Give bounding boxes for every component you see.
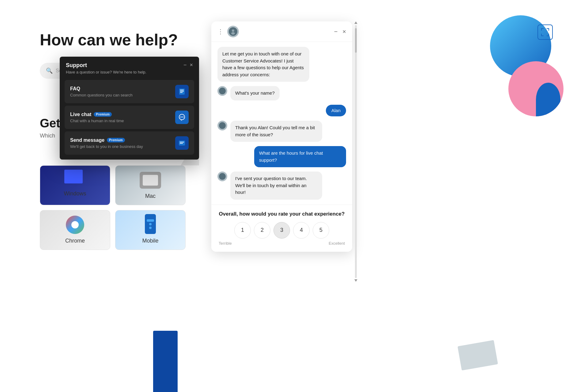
mac-illustration [140, 172, 161, 189]
support-item-livechat[interactable]: Live chat Premium Chat with a human in r… [65, 106, 194, 129]
deco-rect-blue [153, 331, 178, 392]
chat-menu-icon[interactable]: ⋮ [217, 28, 224, 35]
page-title: How can we help? [40, 31, 178, 49]
scan-svg [541, 28, 550, 37]
support-panel-title-group: Support Have a question or issue? We're … [66, 62, 146, 74]
search-icon: 🔍 [46, 67, 53, 74]
rating-stars: 1 2 3 4 5 [217, 222, 346, 239]
support-item-sendmsg-desc: We'll get back to you in one business da… [70, 144, 143, 149]
rating-btn-4[interactable]: 4 [293, 222, 310, 239]
svg-rect-9 [180, 90, 184, 90]
svg-rect-11 [180, 92, 183, 93]
win-box [64, 170, 83, 183]
chat-window: ⋮ − × Let me get you in touch with one o… [211, 21, 352, 252]
support-item-faq-desc: Common questions you can search [70, 93, 133, 97]
mobile-btn3 [149, 227, 152, 229]
rating-btn-3[interactable]: 3 [273, 222, 290, 239]
support-panel: Support Have a question or issue? We're … [60, 57, 199, 160]
scroll-track [355, 25, 357, 278]
rating-title: Overall, how would you rate your chat ex… [217, 211, 346, 217]
svg-rect-10 [180, 91, 184, 92]
sendmsg-svg [178, 139, 186, 147]
support-item-sendmsg-title: Send message Premium [70, 138, 143, 143]
platform-row-bottom: Chrome Mobile [40, 210, 186, 250]
scroll-down-arrow[interactable] [354, 279, 357, 282]
agent-avatar-svg [230, 28, 236, 35]
deco-bird [536, 83, 560, 116]
panel-controls: − × [183, 62, 193, 68]
support-panel-title: Support [66, 62, 146, 69]
support-panel-header: Support Have a question or issue? We're … [60, 57, 199, 77]
scroll-thumb[interactable] [355, 28, 357, 53]
faq-icon [175, 85, 189, 98]
chat-scrollbar[interactable] [354, 21, 358, 282]
chat-close-btn[interactable]: × [342, 28, 346, 35]
support-item-sendmsg[interactable]: Send message Premium We'll get back to y… [65, 131, 194, 155]
svg-point-14 [182, 117, 183, 118]
rating-btn-5[interactable]: 5 [313, 222, 329, 239]
svg-point-19 [232, 29, 234, 32]
message-3: Alan [217, 105, 346, 117]
chat-agent-avatar [227, 26, 239, 37]
platform-label-mobile: Mobile [142, 238, 158, 244]
svg-rect-5 [541, 34, 542, 36]
svg-rect-17 [180, 142, 184, 142]
platform-label-mac: Mac [145, 193, 156, 199]
svg-point-13 [180, 117, 181, 118]
deco-shape-bottom-right [458, 340, 498, 371]
platform-card-chrome[interactable]: Chrome [40, 210, 110, 250]
support-item-livechat-title: Live chat Premium [70, 112, 124, 117]
msg-agent-avatar-4 [217, 121, 227, 130]
message-4-bubble: Thank you Alan! Could you tell me a bit … [230, 121, 322, 142]
svg-rect-7 [548, 34, 549, 36]
message-2: What's your name? [217, 86, 346, 100]
panel-minimize-btn[interactable]: − [183, 62, 187, 68]
chat-header: ⋮ − × [211, 21, 352, 42]
rating-label-high: Excellent [329, 241, 345, 246]
platform-label-windows: Windows [64, 190, 86, 197]
scroll-up-arrow[interactable] [354, 21, 357, 24]
chat-header-controls: − × [334, 28, 346, 35]
chat-minimize-btn[interactable]: − [334, 28, 338, 35]
sendmsg-icon [175, 136, 189, 150]
rating-labels: Terrible Excellent [217, 241, 346, 246]
message-6-bubble: I've sent your question to our team. We'… [230, 172, 322, 200]
support-item-livechat-desc: Chat with a human in real time [70, 119, 124, 123]
msg-agent-avatar-2 [217, 86, 227, 96]
platform-cards: Windows Mac Chrome [40, 165, 186, 250]
faq-svg [178, 88, 186, 96]
msg-agent-avatar-6 [217, 172, 227, 181]
support-panel-body: FAQ Common questions you can search Live… [60, 77, 199, 160]
chat-header-left: ⋮ [217, 26, 239, 37]
windows-illustration [63, 168, 87, 187]
support-item-faq[interactable]: FAQ Common questions you can search [65, 80, 194, 103]
rating-btn-1[interactable]: 1 [234, 222, 251, 239]
platform-card-mac[interactable]: Mac [115, 165, 186, 205]
message-6: I've sent your question to our team. We'… [217, 172, 346, 200]
platform-card-mobile[interactable]: Mobile [115, 210, 186, 250]
panel-close-btn[interactable]: × [190, 62, 193, 68]
livechat-icon [175, 111, 189, 124]
mac-screen [143, 175, 158, 186]
rating-btn-2[interactable]: 2 [254, 222, 270, 239]
svg-rect-1 [541, 28, 542, 31]
livechat-svg [178, 113, 186, 121]
message-3-bubble: Alan [326, 105, 346, 117]
win-stand [70, 185, 77, 187]
deco-scan-icon [537, 24, 553, 40]
message-1-bubble: Let me get you in touch with one of our … [217, 47, 309, 82]
deco-circle-pink [508, 61, 564, 116]
chat-messages[interactable]: Let me get you in touch with one of our … [211, 42, 352, 205]
message-5-bubble: What are the hours for live chat support… [254, 146, 346, 167]
svg-rect-3 [548, 28, 549, 31]
message-2-bubble: What's your name? [230, 86, 280, 100]
mobile-illustration [145, 214, 156, 234]
livechat-premium-badge: Premium [94, 112, 112, 117]
sendmsg-premium-badge: Premium [107, 138, 125, 142]
platform-card-windows[interactable]: Windows [40, 165, 110, 205]
svg-point-15 [183, 117, 184, 118]
svg-rect-18 [180, 143, 183, 144]
support-item-faq-content: FAQ Common questions you can search [70, 86, 133, 97]
chrome-center [71, 221, 79, 228]
rating-section: Overall, how would you rate your chat ex… [211, 205, 352, 252]
